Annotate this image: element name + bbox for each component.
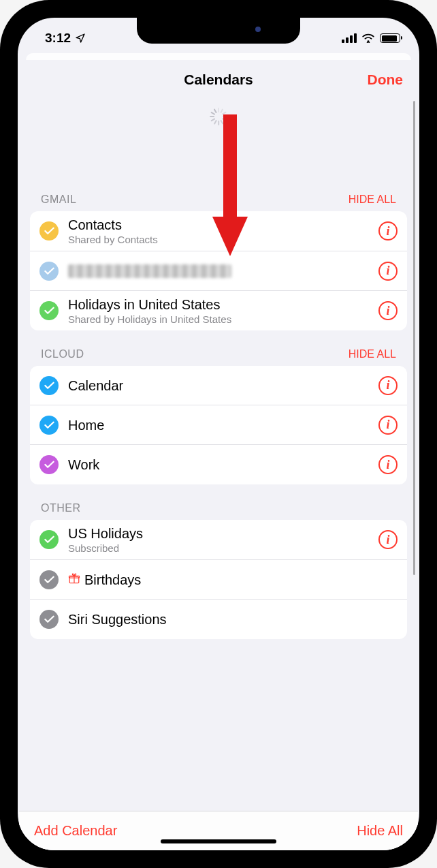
calendar-checkbox[interactable] (39, 376, 59, 395)
add-calendar-button[interactable]: Add Calendar (34, 823, 117, 839)
section-label: OTHER (41, 502, 81, 514)
hide-all-button[interactable]: Hide All (357, 823, 403, 839)
calendar-title: Siri Suggestions (68, 611, 398, 627)
red-arrow-annotation (210, 110, 250, 259)
section-hide-all-button[interactable]: HIDE ALL (349, 193, 396, 206)
calendar-text: Siri Suggestions (68, 611, 398, 627)
calendar-checkbox[interactable] (39, 416, 59, 435)
calendar-checkbox[interactable] (39, 221, 59, 241)
calendar-row[interactable]: Siri Suggestions (30, 600, 407, 639)
calendar-row[interactable]: Worki (30, 445, 407, 484)
info-icon[interactable]: i (378, 530, 398, 549)
section-label: GMAIL (41, 193, 76, 206)
calendar-title: Home (68, 417, 369, 433)
calendar-subtitle: Subscribed (68, 542, 369, 554)
calendar-checkbox[interactable] (39, 455, 59, 474)
svg-point-0 (368, 40, 370, 42)
calendar-title: Work (68, 456, 369, 473)
info-icon[interactable]: i (378, 301, 398, 320)
calendar-row[interactable]: US HolidaysSubscribedi (30, 520, 407, 560)
cellular-signal-icon (342, 33, 357, 43)
sheet-backdrop (26, 53, 411, 60)
info-icon[interactable]: i (378, 455, 398, 474)
home-indicator[interactable] (161, 839, 276, 843)
calendars-sheet: Calendars Done GMAILHIDE ALLCo (19, 60, 418, 850)
bottom-toolbar: Add Calendar Hide All (19, 811, 418, 850)
section-header: OTHER (30, 502, 407, 520)
status-time: 3:12 (45, 31, 71, 46)
battery-icon (380, 33, 400, 43)
calendar-title: Holidays in United States (68, 296, 369, 313)
device-frame: 3:12 (0, 0, 437, 868)
calendar-title: Calendar (68, 377, 369, 394)
calendar-checkbox[interactable] (39, 530, 59, 549)
calendar-text: Home (68, 417, 369, 433)
calendar-subtitle: Shared by Holidays in United States (68, 313, 369, 325)
sheet-title: Calendars (184, 72, 253, 88)
calendar-checkbox[interactable] (39, 610, 59, 629)
section-label: ICLOUD (41, 348, 84, 360)
calendar-row[interactable]: Birthdays (30, 560, 407, 600)
calendar-row[interactable]: Holidays in United StatesShared by Holid… (30, 291, 407, 330)
info-icon[interactable]: i (378, 376, 398, 395)
notch (137, 18, 300, 44)
calendar-text: US HolidaysSubscribed (68, 525, 369, 554)
calendar-checkbox[interactable] (39, 570, 59, 589)
list-group: CalendariHomeiWorki (30, 366, 407, 484)
calendar-row[interactable]: Calendari (30, 366, 407, 405)
scroll-indicator (413, 101, 415, 575)
list-group: US HolidaysSubscribediBirthdaysSiri Sugg… (30, 520, 407, 639)
gift-icon (68, 572, 80, 587)
redacted-title (68, 264, 231, 278)
calendar-title: Birthdays (68, 572, 398, 588)
calendar-text: Calendar (68, 377, 369, 394)
calendar-title: US Holidays (68, 525, 369, 542)
calendar-text (68, 264, 369, 278)
done-button[interactable]: Done (368, 72, 404, 88)
info-icon[interactable]: i (378, 221, 398, 241)
wifi-icon (361, 33, 375, 43)
location-arrow-icon (75, 33, 86, 44)
calendar-checkbox[interactable] (39, 262, 59, 281)
battery-fill (382, 35, 398, 42)
calendar-text: Work (68, 456, 369, 473)
calendar-text: Holidays in United StatesShared by Holid… (68, 296, 369, 325)
sheet-header: Calendars Done (19, 60, 418, 99)
calendar-checkbox[interactable] (39, 301, 59, 320)
section-hide-all-button[interactable]: HIDE ALL (349, 348, 396, 360)
calendar-text: Birthdays (68, 572, 398, 588)
calendar-row[interactable]: Homei (30, 405, 407, 445)
info-icon[interactable]: i (378, 262, 398, 281)
scroll-area[interactable]: GMAILHIDE ALLContactsShared by Contactsi… (19, 99, 418, 811)
info-icon[interactable]: i (378, 416, 398, 435)
section-header: ICLOUDHIDE ALL (30, 348, 407, 366)
